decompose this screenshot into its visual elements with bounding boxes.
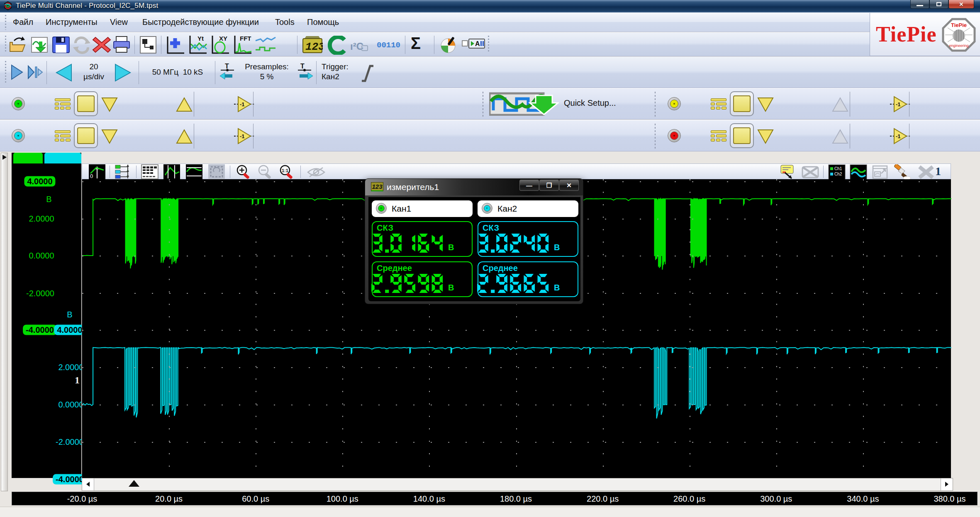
autoranging-button[interactable] — [77, 127, 95, 144]
menu-instruments[interactable]: Инструменты — [46, 17, 98, 27]
range-block[interactable] — [776, 125, 830, 136]
svg-text:A: A — [475, 40, 480, 47]
quick-setup-label[interactable]: Quick Setup... — [564, 98, 616, 108]
meter-tab-Кан2[interactable]: Кан2 — [478, 200, 578, 217]
color-theme-icon[interactable] — [439, 36, 459, 54]
protocol-binary-icon[interactable]: 00110 — [377, 37, 402, 52]
scroll-right-button[interactable] — [941, 478, 953, 490]
range-down-icon[interactable] — [101, 128, 118, 144]
axis-tab-ch2[interactable] — [44, 153, 81, 163]
channel-led-Кан2[interactable] — [12, 129, 25, 142]
vertical-cursors-icon[interactable] — [163, 164, 180, 179]
close-button[interactable]: ✕ — [948, 0, 974, 9]
trigger-position-marker[interactable] — [129, 480, 139, 487]
export-image-icon[interactable] — [31, 36, 50, 54]
meter-123-icon[interactable]: 123 — [302, 36, 323, 54]
horizontal-cursors-icon[interactable] — [186, 164, 202, 179]
presamples-less-icon[interactable]: T — [220, 63, 237, 83]
channel-coupling-icon[interactable] — [55, 130, 71, 141]
graph-fft-icon[interactable]: FFT — [232, 35, 253, 55]
range-down-icon[interactable] — [757, 128, 774, 144]
samplerate-value[interactable]: 50 МГц — [152, 68, 178, 76]
recordlength-value[interactable]: 10 kS — [183, 68, 203, 76]
channel-led-Кан1[interactable] — [12, 97, 25, 110]
save-icon[interactable] — [51, 36, 71, 54]
channel-led-Кан3[interactable] — [668, 97, 681, 110]
channel-coupling-icon[interactable] — [55, 98, 71, 110]
horizontal-scrollbar[interactable] — [82, 478, 953, 491]
add-graph-icon[interactable] — [165, 36, 186, 55]
menu-quick-functions[interactable]: Быстродействующие функции — [142, 17, 259, 27]
range-up-icon[interactable] — [176, 128, 193, 144]
trigger-level-marker[interactable]: 1 — [75, 375, 80, 386]
range-block[interactable] — [120, 93, 174, 104]
range-down-icon[interactable] — [101, 96, 118, 112]
axis-tab-ch1[interactable] — [13, 153, 43, 163]
presamples-more-icon[interactable]: T — [295, 63, 313, 83]
menu-help[interactable]: Помощь — [307, 17, 339, 27]
meter-window[interactable]: 123 измеритель1 — ❐ ✕ Кан1Кан2СКЗВСКЗВСр… — [365, 178, 583, 304]
meter-minimize-button[interactable]: — — [519, 180, 539, 191]
collapse-arrow-icon[interactable] — [2, 154, 7, 160]
timebase-faster-icon[interactable] — [114, 63, 132, 82]
autoranging-button[interactable] — [733, 95, 751, 112]
refresh-icon-disabled[interactable] — [72, 36, 91, 54]
object-tree-icon[interactable] — [139, 36, 158, 54]
svg-text:-1: -1 — [240, 101, 245, 107]
meter-tab-Кан1[interactable]: Кан1 — [372, 200, 473, 217]
graph-xy-icon[interactable]: XY — [210, 35, 231, 55]
graph-yt-icon[interactable]: Yt — [188, 35, 208, 55]
meter-window-titlebar[interactable]: 123 измеритель1 — ❐ ✕ — [365, 179, 583, 195]
range-block[interactable] — [120, 125, 174, 136]
probe-gain-icon[interactable]: -1 — [234, 127, 251, 143]
scroll-left-button[interactable] — [82, 478, 94, 490]
axis-zero-icon[interactable]: 0 — [89, 164, 105, 179]
gridline-v — [690, 179, 690, 478]
data-table-icon[interactable] — [141, 164, 158, 179]
channel-offsets-icon[interactable] — [115, 164, 131, 179]
trigger-slope-icon[interactable] — [360, 63, 375, 83]
sum-sigma-icon[interactable]: Σ — [411, 34, 421, 53]
meter-c-icon[interactable] — [328, 36, 347, 55]
range-up-icon[interactable] — [176, 96, 193, 112]
range-block[interactable] — [776, 93, 830, 104]
probe-gain-icon[interactable]: -1 — [890, 127, 907, 143]
presamples-value[interactable]: 5 % — [260, 72, 274, 81]
timebase-value[interactable]: 20 — [89, 62, 98, 71]
meter-close-button[interactable]: ✕ — [559, 180, 579, 191]
data-collector-icon[interactable]: A — [461, 37, 485, 53]
oneshot-icon[interactable] — [27, 65, 44, 79]
timebase-slower-icon[interactable] — [55, 63, 73, 82]
meter-icon: 123 — [371, 182, 383, 191]
zoom-in-icon[interactable] — [235, 164, 253, 179]
window-title: TiePie Multi Channel - Protocol_I2C_5M.t… — [16, 2, 158, 10]
quick-setup-icon[interactable] — [489, 92, 559, 116]
channel-coupling-icon[interactable] — [711, 98, 727, 110]
maximize-button[interactable] — [929, 0, 948, 9]
paint-icon[interactable] — [893, 164, 912, 179]
start-icon[interactable] — [10, 64, 24, 80]
open-file-icon[interactable] — [8, 36, 29, 54]
print-icon[interactable] — [112, 36, 131, 54]
menu-tools[interactable]: Tools — [275, 17, 295, 27]
minimize-button[interactable] — [910, 0, 929, 9]
zoom-one-to-one-icon[interactable]: 1:1 — [278, 164, 296, 179]
autoranging-button[interactable] — [77, 95, 95, 112]
comment-icon[interactable] — [779, 164, 798, 179]
channel-coupling-icon[interactable] — [711, 130, 727, 141]
panel-collapse-strip[interactable] — [1, 153, 8, 491]
menu-view[interactable]: View — [110, 17, 128, 27]
meter-maximize-button[interactable]: ❐ — [539, 180, 559, 191]
probe-gain-icon[interactable]: -1 — [890, 95, 907, 111]
channel-led-Кан4[interactable] — [668, 129, 681, 142]
range-down-icon[interactable] — [757, 96, 774, 112]
waveform-style-icon[interactable] — [850, 164, 867, 179]
menu-file[interactable]: Файл — [13, 17, 33, 27]
autoranging-button[interactable] — [733, 127, 751, 144]
protocol-i2c-icon[interactable]: ı²C — [349, 37, 374, 53]
probe-gain-icon[interactable]: -1 — [234, 95, 251, 111]
graph-line-icon[interactable] — [255, 35, 276, 55]
legend-icon[interactable]: Ch1Ch2 — [828, 164, 846, 179]
trigger-source[interactable]: Кан2 — [322, 72, 339, 81]
delete-icon[interactable] — [92, 36, 111, 54]
